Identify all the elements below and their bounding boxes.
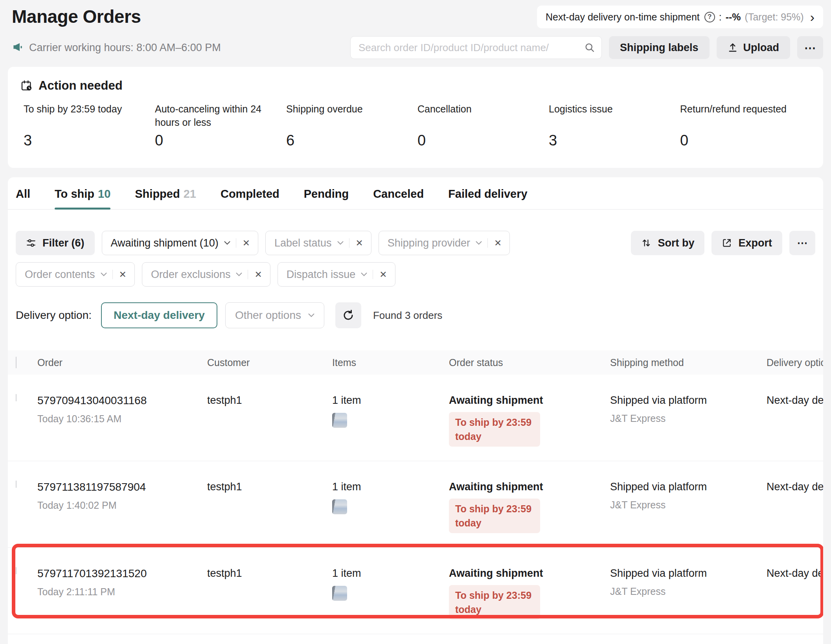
header-more-button[interactable]: ⋯ [797, 36, 823, 59]
close-icon[interactable]: ✕ [493, 238, 502, 248]
row-checkbox[interactable] [16, 394, 17, 401]
close-icon[interactable]: ✕ [118, 269, 127, 280]
tab-shipped[interactable]: Shipped 21 [135, 188, 196, 209]
stat-value: 6 [286, 132, 417, 149]
product-thumbnail[interactable] [332, 586, 347, 601]
filter-button-label: Filter (6) [42, 237, 85, 249]
stat-value: 0 [155, 132, 286, 149]
kpi-value: --% [726, 11, 741, 23]
stat-label: Cancellation [417, 102, 528, 130]
chevron-down-icon[interactable] [476, 241, 482, 245]
sort-by-button[interactable]: Sort by [631, 231, 704, 255]
stat-return-refund[interactable]: Return/refund requested 0 [680, 102, 811, 149]
customer-name: testph1 [207, 481, 332, 547]
pill-separator [373, 270, 373, 279]
found-orders-count: Found 3 orders [373, 309, 442, 322]
tab-label: To ship [55, 188, 94, 201]
next-day-delivery-toggle[interactable]: Next-day delivery [101, 302, 217, 328]
order-id-link[interactable]: 579709413040031168 [37, 394, 207, 407]
column-order: Order [37, 357, 207, 368]
ontime-shipment-kpi[interactable]: Next-day delivery on-time shipment ? : -… [537, 6, 823, 28]
stat-auto-canceling[interactable]: Auto-canceling within 24 hours or less 0 [155, 102, 286, 149]
upload-label: Upload [743, 42, 780, 54]
sort-icon [641, 238, 651, 248]
help-circle-icon[interactable]: ? [704, 12, 715, 22]
stat-cancellation[interactable]: Cancellation 0 [417, 102, 549, 149]
shipping-provider: J&T Express [610, 586, 767, 597]
filter-awaiting-shipment[interactable]: Awaiting shipment (10) ✕ [102, 231, 258, 255]
export-button[interactable]: Export [711, 231, 782, 255]
column-customer: Customer [207, 357, 332, 368]
product-thumbnail[interactable] [332, 413, 347, 428]
export-icon [722, 238, 732, 248]
filter-pill-label: Label status [274, 237, 332, 249]
row-checkbox[interactable] [16, 567, 17, 574]
orders-card: All To ship 10 Shipped 21 Completed Pend… [8, 177, 823, 644]
more-icon: ⋯ [804, 41, 816, 55]
order-time: Today 10:36:15 AM [37, 413, 207, 425]
tab-failed-delivery[interactable]: Failed delivery [448, 188, 528, 209]
order-time: Today 2:11:11 PM [37, 586, 207, 598]
close-icon[interactable]: ✕ [355, 238, 364, 248]
sort-by-label: Sort by [658, 237, 694, 249]
stat-to-ship-today[interactable]: To ship by 23:59 today 3 [24, 102, 155, 149]
filters-section: Filter (6) Awaiting shipment (10) ✕ Labe… [8, 210, 823, 328]
calendar-clock-icon [20, 79, 33, 92]
pill-separator [248, 270, 248, 279]
close-icon[interactable]: ✕ [254, 269, 263, 280]
table-row: 579711381197587904 Today 1:40:02 PM test… [8, 461, 823, 548]
filter-label-status[interactable]: Label status ✕ [265, 231, 371, 255]
product-thumbnail[interactable] [332, 499, 347, 514]
table-row: 579709413040031168 Today 10:36:15 AM tes… [8, 375, 823, 461]
table-row-highlighted: 579711701392131520 Today 2:11:11 PM test… [8, 548, 823, 634]
upload-button[interactable]: Upload [717, 36, 791, 59]
order-id-link[interactable]: 579711381197587904 [37, 481, 207, 493]
select-all-checkbox[interactable] [16, 357, 17, 368]
next-day-delivery-label: Next-day delivery [114, 309, 205, 321]
order-status: Awaiting shipment [449, 567, 610, 580]
search-input[interactable] [359, 42, 584, 54]
reset-filters-button[interactable] [335, 302, 361, 328]
tab-to-ship[interactable]: To ship 10 [55, 188, 110, 209]
stat-shipping-overdue[interactable]: Shipping overdue 6 [286, 102, 417, 149]
stat-value: 0 [417, 132, 549, 149]
tab-pending[interactable]: Pending [304, 188, 349, 209]
tab-canceled[interactable]: Canceled [373, 188, 424, 209]
chevron-down-icon[interactable] [361, 272, 367, 276]
page-header: Manage Orders Next-day delivery on-time … [0, 0, 831, 59]
shipping-labels-button[interactable]: Shipping labels [609, 36, 710, 59]
filter-pill-label: Order exclusions [151, 269, 231, 281]
carrier-hours-notice: Carrier working hours: 8:00 AM–6:00 PM [12, 42, 221, 54]
close-icon[interactable]: ✕ [242, 238, 251, 248]
items-count: 1 item [332, 481, 449, 493]
chevron-right-icon[interactable]: › [810, 13, 814, 21]
filter-dispatch-issue[interactable]: Dispatch issue ✕ [278, 262, 395, 287]
tab-label: Canceled [373, 188, 424, 201]
search-icon[interactable] [584, 42, 595, 53]
close-icon[interactable]: ✕ [379, 269, 388, 280]
filters-more-button[interactable]: ⋯ [789, 231, 815, 255]
filter-button[interactable]: Filter (6) [16, 231, 95, 255]
row-checkbox[interactable] [16, 480, 17, 488]
chevron-down-icon[interactable] [101, 272, 107, 276]
chevron-down-icon[interactable] [224, 241, 230, 245]
filter-order-contents[interactable]: Order contents ✕ [16, 262, 135, 287]
delivery-option: Next-day delivery [767, 481, 823, 547]
chevron-down-icon[interactable] [236, 272, 242, 276]
column-items: Items [332, 357, 449, 368]
chevron-down-icon[interactable] [337, 241, 344, 245]
other-options-dropdown[interactable]: Other options [225, 302, 324, 328]
tab-all[interactable]: All [16, 188, 30, 209]
filter-pill-label: Dispatch issue [287, 269, 356, 281]
action-needed-title: Action needed [39, 79, 123, 93]
filter-order-exclusions[interactable]: Order exclusions ✕ [142, 262, 270, 287]
action-needed-card: Action needed To ship by 23:59 today 3 A… [8, 67, 823, 168]
ship-deadline-badge: To ship by 23:59 today [449, 585, 540, 620]
stat-logistics-issue[interactable]: Logistics issue 3 [549, 102, 680, 149]
tab-completed[interactable]: Completed [221, 188, 279, 209]
filter-shipping-provider[interactable]: Shipping provider ✕ [379, 231, 510, 255]
filter-pill-label: Awaiting shipment (10) [111, 237, 219, 249]
order-id-link[interactable]: 579711701392131520 [37, 567, 207, 580]
megaphone-icon [12, 42, 24, 53]
more-icon: ⋯ [797, 237, 808, 249]
